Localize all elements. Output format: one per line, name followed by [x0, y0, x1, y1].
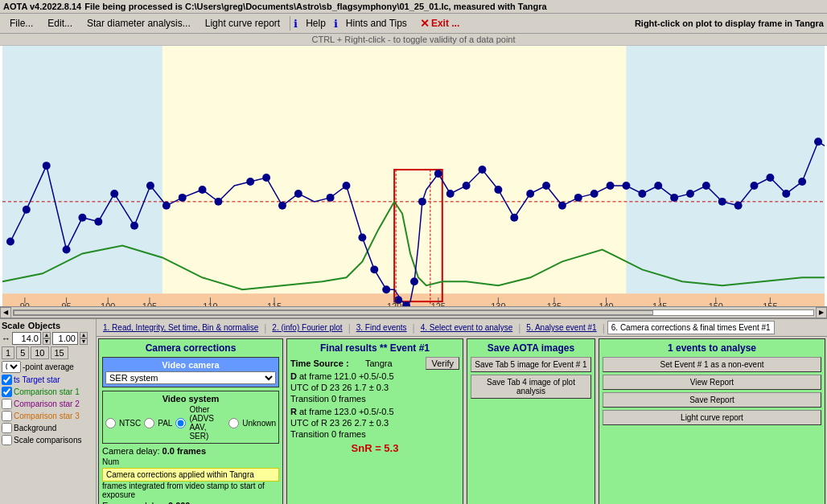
- menu-edit[interactable]: Edit...: [41, 16, 79, 31]
- ntsc-label: NTSC: [119, 419, 141, 428]
- num-frames-row: Num Camera corrections applied within Ta…: [102, 457, 279, 499]
- objects-input[interactable]: [52, 332, 78, 345]
- svg-point-39: [494, 186, 502, 194]
- scale-label: Scale: [2, 321, 25, 330]
- point-avg-select[interactable]: 0123: [2, 361, 21, 373]
- svg-point-36: [446, 190, 455, 198]
- menu-star-analysis[interactable]: Star diameter analysis...: [80, 16, 197, 31]
- svg-point-42: [542, 182, 550, 190]
- left-panel: Scale Objects ↔ ▲ ▼ ▲ ▼ 1 5 10 15 0123: [0, 319, 97, 504]
- tab-2[interactable]: 2. (info) Fourier plot: [269, 322, 345, 334]
- video-camera-label: Video camera: [162, 360, 219, 370]
- scroll-right-btn[interactable]: ▶: [816, 307, 827, 318]
- comp1-label: Comparison star 1: [14, 387, 80, 396]
- nav-btn-10[interactable]: 10: [31, 346, 48, 359]
- menu-light-curve[interactable]: Light curve report: [199, 16, 286, 31]
- svg-point-52: [702, 182, 710, 190]
- menu-file[interactable]: File...: [3, 16, 39, 31]
- save-report-button[interactable]: Save Report: [603, 392, 821, 408]
- video-system-box: Video system NTSC PAL Other (ADVS AAV, S…: [102, 391, 279, 444]
- point-avg-row: 0123 -point average: [2, 361, 94, 373]
- svg-point-41: [526, 190, 534, 198]
- svg-point-18: [199, 186, 207, 194]
- svg-point-11: [78, 214, 86, 222]
- comp3-checkbox[interactable]: [2, 411, 12, 421]
- transition-d-row: Transition 0 frames: [290, 394, 459, 404]
- svg-point-21: [262, 174, 270, 182]
- scale-down-btn[interactable]: ▼: [43, 338, 51, 345]
- svg-point-16: [163, 202, 171, 210]
- svg-point-26: [358, 234, 366, 242]
- nav-btn-1[interactable]: 1: [2, 346, 14, 359]
- svg-point-38: [479, 166, 487, 174]
- d-frame-val: at frame 121.0 +0.5/-0.5: [299, 371, 394, 381]
- title-bar: AOTA v4.2022.8.14 File being processed i…: [0, 0, 827, 14]
- exit-button[interactable]: ✕ Exit ...: [415, 15, 464, 31]
- svg-point-23: [294, 190, 302, 198]
- tab-1[interactable]: 1. Read, Integrity, Set time, Bin & norm…: [100, 322, 261, 334]
- bg-checkbox[interactable]: [2, 423, 12, 433]
- right-click-hint: Right-click on plot to display frame in …: [635, 18, 824, 28]
- verify-button[interactable]: Verify: [426, 357, 459, 370]
- app-version: AOTA v4.2022.8.14: [3, 2, 81, 11]
- camera-delay-val: 0.0 frames: [163, 446, 206, 456]
- svg-rect-2: [626, 46, 825, 293]
- menu-hints[interactable]: Hints and Tips: [339, 16, 414, 31]
- comp2-checkbox[interactable]: [2, 399, 12, 409]
- num-frames-suffix: frames integrated from video stamp to st…: [102, 481, 265, 499]
- objects-up-btn[interactable]: ▲: [80, 332, 88, 338]
- nav-btn-5[interactable]: 5: [16, 346, 29, 359]
- target-star-label: ts Target star: [14, 375, 60, 384]
- comp3-row: Comparison star 3: [2, 411, 94, 421]
- pal-label: PAL: [158, 419, 172, 428]
- ntsc-radio[interactable]: [105, 418, 116, 428]
- bottom-area: Scale Objects ↔ ▲ ▼ ▲ ▼ 1 5 10 15 0123: [0, 319, 827, 504]
- target-star-checkbox[interactable]: [2, 375, 12, 385]
- tab-6[interactable]: 6. Camera corrections & final times Even…: [607, 321, 775, 334]
- scale-up-btn[interactable]: ▲: [43, 332, 51, 338]
- events-section: 1 events to analyse Set Event # 1 as a n…: [599, 338, 825, 504]
- bg-row: Background: [2, 423, 94, 433]
- menu-help[interactable]: Help: [299, 16, 332, 31]
- help-icon: ℹ: [294, 18, 298, 30]
- tab-4[interactable]: 4. Select event to analyse: [418, 322, 516, 334]
- camera-select[interactable]: SER system AAV system: [105, 371, 276, 384]
- tab-5[interactable]: 5. Analyse event #1: [523, 322, 599, 334]
- view-report-button[interactable]: View Report: [603, 375, 821, 390]
- exposure-delay-val: 0.000 secs: [168, 501, 212, 504]
- transition-r-label: Transition: [290, 429, 329, 439]
- other-radio[interactable]: [175, 418, 186, 428]
- save-tab5-button[interactable]: Save Tab 5 image for Event # 1: [471, 357, 591, 372]
- svg-point-58: [798, 178, 806, 186]
- svg-point-54: [734, 202, 743, 210]
- bg-label: Background: [14, 424, 56, 432]
- save-tab4-button[interactable]: Save Tab 4 image of plot analysis: [471, 375, 591, 399]
- r-label: R: [290, 407, 297, 416]
- svg-point-40: [510, 214, 518, 222]
- set-non-event-button[interactable]: Set Event # 1 as a non-event: [603, 357, 821, 372]
- comp2-label: Comparison star 2: [14, 400, 80, 408]
- scale-input[interactable]: [12, 332, 41, 345]
- light-curve-report-button[interactable]: Light curve report: [603, 410, 821, 425]
- objects-down-btn[interactable]: ▼: [80, 338, 88, 345]
- transition-r-row: Transition 0 frames: [290, 429, 459, 439]
- ntsc-row: NTSC PAL Other (ADVS AAV, SER) Unknown: [105, 405, 276, 440]
- other-label: Other (ADVS AAV, SER): [189, 405, 225, 440]
- tab-3[interactable]: 3. Find events: [353, 322, 410, 334]
- svg-point-10: [63, 246, 71, 254]
- comp1-checkbox[interactable]: [2, 387, 12, 397]
- exit-label: Exit ...: [431, 18, 459, 29]
- scale-comp-checkbox[interactable]: [2, 435, 12, 445]
- svg-point-43: [558, 202, 566, 210]
- pal-radio[interactable]: [144, 418, 154, 428]
- unknown-radio[interactable]: [228, 418, 239, 428]
- svg-point-45: [590, 190, 599, 198]
- scroll-left-btn[interactable]: ◀: [0, 307, 11, 318]
- d-frame-row: D at frame 121.0 +0.5/-0.5: [290, 371, 459, 381]
- svg-point-35: [434, 170, 442, 178]
- utc-d-val: 23 26 1.7 ± 0.3: [330, 383, 389, 392]
- comp1-row: Comparison star 1: [2, 387, 94, 397]
- main-content: Camera corrections Video camera SER syst…: [97, 337, 827, 504]
- svg-point-49: [654, 182, 662, 190]
- nav-btn-15[interactable]: 15: [51, 346, 68, 359]
